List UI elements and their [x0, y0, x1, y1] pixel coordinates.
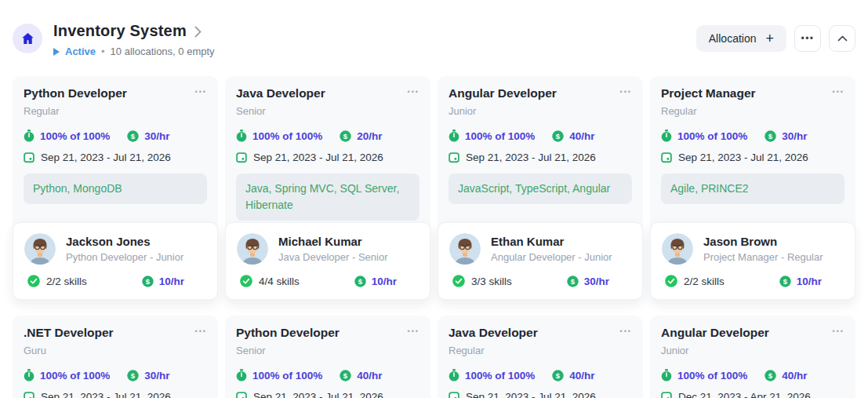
svg-text:$: $ [768, 371, 773, 380]
dollar-icon: $ [567, 276, 579, 287]
rate-stat: $ 40/hr [552, 130, 594, 142]
calendar-icon [449, 391, 459, 398]
add-allocation-button[interactable]: Allocation + [696, 25, 786, 52]
card-menu-icon[interactable]: ••• [403, 86, 419, 97]
dollar-icon: $ [127, 130, 139, 142]
utilization-value: 100% of 100% [465, 130, 535, 142]
dollar-icon: $ [354, 276, 366, 287]
skill-match-value: 4/4 skills [259, 276, 300, 287]
role-level: Senior [236, 105, 419, 117]
allocation-card[interactable]: Python Developer ••• Regular 100% of 100… [13, 76, 218, 300]
calendar-icon [661, 391, 672, 398]
utilization-stat: 100% of 100% [449, 369, 535, 382]
dollar-icon: $ [142, 276, 154, 287]
rate-stat: $ 30/hr [127, 370, 169, 382]
skills-tags: Python, MongoDB [24, 173, 207, 204]
svg-text:$: $ [556, 132, 561, 141]
svg-text:$: $ [343, 371, 348, 380]
date-range-value: Sep 21, 2023 - Jul 21, 2026 [466, 152, 596, 163]
allocation-card[interactable]: Angular Developer ••• Junior 100% of 100… [650, 316, 855, 398]
assignee-rate-stat: $ 30/hr [567, 276, 609, 287]
skill-match-stat: 2/2 skills [665, 275, 725, 287]
svg-text:$: $ [146, 277, 151, 286]
card-menu-icon[interactable]: ••• [191, 86, 207, 97]
utilization-stat: 100% of 100% [24, 369, 110, 382]
avatar [24, 233, 56, 265]
check-icon [665, 275, 677, 287]
utilization-value: 100% of 100% [252, 130, 322, 142]
role-title: Angular Developer [449, 86, 557, 100]
card-grid: Python Developer ••• Regular 100% of 100… [0, 76, 868, 398]
status-badge: Active [65, 46, 96, 57]
stopwatch-icon [236, 130, 247, 142]
assignee-role: Project Manager - Regular [703, 251, 823, 263]
role-level: Regular [24, 105, 207, 117]
skills-tags: JavaScript, TypeScript, Angular [449, 173, 632, 204]
allocation-card[interactable]: Java Developer ••• Regular 100% of 100% [438, 316, 643, 398]
home-button[interactable] [13, 24, 42, 53]
card-menu-icon[interactable]: ••• [616, 86, 632, 97]
svg-text:$: $ [343, 132, 348, 141]
dollar-icon: $ [340, 370, 351, 382]
ellipsis-icon: ••• [801, 36, 814, 41]
utilization-value: 100% of 100% [677, 370, 747, 382]
allocation-card[interactable]: .NET Developer ••• Guru 100% of 100% [13, 316, 218, 398]
dollar-icon: $ [764, 130, 776, 142]
allocation-card[interactable]: Python Developer ••• Senior 100% of 100% [225, 316, 430, 398]
allocation-card[interactable]: Project Manager ••• Regular 100% of 100% [650, 76, 855, 300]
plus-icon: + [765, 31, 774, 46]
assignee-rate-stat: $ 10/hr [142, 276, 184, 287]
card-menu-icon[interactable]: ••• [403, 326, 419, 337]
card-menu-icon[interactable]: ••• [828, 86, 844, 97]
more-options-button[interactable]: ••• [794, 25, 821, 52]
chevron-right-icon[interactable] [194, 26, 202, 38]
utilization-value: 100% of 100% [40, 370, 110, 382]
collapse-button[interactable] [829, 25, 855, 52]
rate-stat: $ 30/hr [127, 130, 169, 142]
avatar [449, 233, 481, 265]
skill-match-stat: 3/3 skills [452, 275, 512, 287]
rate-stat: $ 30/hr [764, 130, 807, 142]
assignee-card[interactable]: Jason Brown Project Manager - Regular 2/… [650, 222, 855, 300]
assignee-card[interactable]: Jackson Jones Python Developer - Junior … [13, 222, 218, 300]
utilization-value: 100% of 100% [465, 370, 535, 382]
stopwatch-icon [661, 130, 672, 142]
date-range: Sep 21, 2023 - Jul 21, 2026 [661, 152, 844, 163]
calendar-icon [236, 391, 247, 398]
calendar-icon [24, 391, 35, 398]
check-icon [27, 275, 40, 287]
role-level: Junior [661, 345, 844, 356]
dollar-icon: $ [552, 130, 564, 142]
role-level: Junior [449, 105, 632, 117]
assignee-card[interactable]: Michael Kumar Java Developer - Senior 4/… [225, 222, 430, 300]
date-range-value: Sep 21, 2023 - Jul 21, 2026 [253, 391, 383, 398]
card-menu-icon[interactable]: ••• [828, 326, 844, 337]
date-range: Sep 21, 2023 - Jul 21, 2026 [24, 391, 207, 398]
date-range-value: Sep 21, 2023 - Jul 21, 2026 [41, 152, 171, 163]
assignee-rate-value: 30/hr [584, 276, 609, 287]
page-title: Inventory System [53, 22, 187, 40]
assignee-name: Jason Brown [703, 235, 823, 248]
utilization-stat: 100% of 100% [449, 130, 535, 142]
rate-value: 30/hr [144, 130, 169, 142]
card-menu-icon[interactable]: ••• [191, 326, 207, 337]
dollar-icon: $ [127, 370, 139, 382]
stopwatch-icon [236, 369, 247, 382]
skills-tags: Agile, PRINCE2 [661, 173, 844, 204]
allocation-card[interactable]: Angular Developer ••• Junior 100% of 100… [438, 76, 643, 300]
stopwatch-icon [661, 369, 672, 382]
avatar [237, 233, 268, 265]
separator-dot: • [101, 46, 105, 57]
svg-text:$: $ [783, 277, 788, 286]
stopwatch-icon [24, 130, 35, 142]
calendar-icon [236, 152, 247, 163]
date-range-value: Dec 21, 2023 - Apr 21, 2026 [678, 391, 811, 398]
card-menu-icon[interactable]: ••• [616, 326, 632, 337]
assignee-role: Angular Developer - Junior [491, 251, 612, 263]
assignee-card[interactable]: Ethan Kumar Angular Developer - Junior 3… [438, 222, 643, 300]
dollar-icon: $ [779, 276, 791, 287]
dollar-icon: $ [552, 370, 564, 382]
dollar-icon: $ [340, 130, 351, 142]
skill-match-value: 2/2 skills [46, 276, 87, 287]
allocation-card[interactable]: Java Developer ••• Senior 100% of 100% [225, 76, 430, 300]
